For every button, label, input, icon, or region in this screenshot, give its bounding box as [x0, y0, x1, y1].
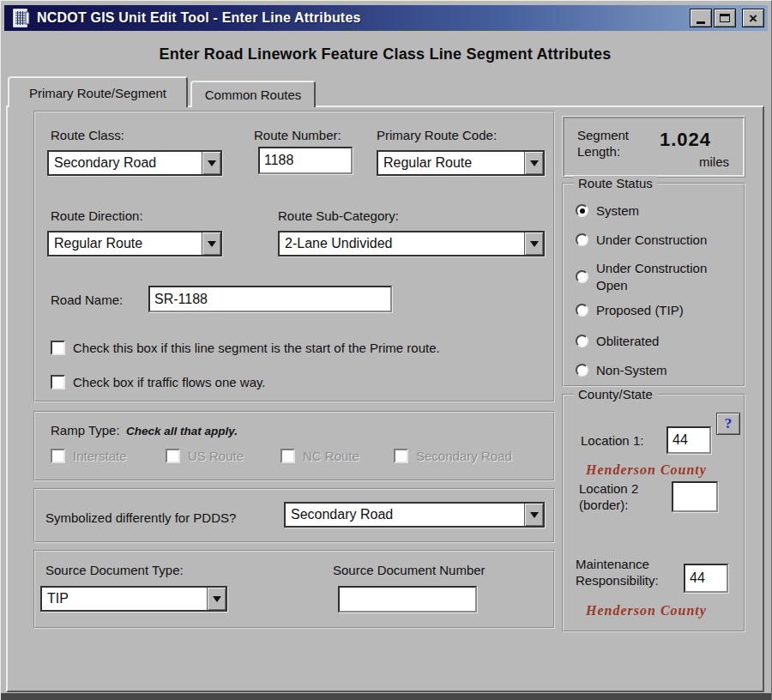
route-status-row-non-system: Non-System — [576, 363, 667, 377]
ramp-nc-route-checkbox — [280, 449, 295, 463]
window-controls: × — [690, 9, 764, 27]
location1-label: Location 1: — [581, 433, 643, 448]
close-button[interactable]: × — [742, 9, 764, 27]
ramp-nc-route-row: NC Route — [280, 449, 359, 463]
radio-under-construction[interactable] — [576, 233, 588, 246]
road-name-label: Road Name: — [51, 293, 123, 307]
ramp-us-route-label: US Route — [188, 449, 244, 463]
ramp-nc-route-label: NC Route — [303, 449, 359, 463]
chevron-down-icon — [213, 596, 221, 602]
radio-proposed-tip-label: Proposed (TIP) — [596, 303, 684, 317]
source-document-group: Source Document Type: TIP Source Documen… — [33, 550, 555, 629]
location1-input[interactable] — [666, 426, 711, 454]
radio-under-construction-open-label: Under Construction Open — [596, 260, 727, 293]
ramp-interstate-row: Interstate — [51, 449, 127, 463]
source-doc-type-label: Source Document Type: — [45, 563, 184, 577]
chevron-down-icon — [208, 160, 216, 166]
route-direction-select[interactable]: Regular Route — [47, 231, 222, 256]
one-way-checkbox-label: Check box if traffic flows one way. — [73, 375, 266, 389]
segment-length-value: 1.024 — [660, 129, 711, 151]
pdds-label: Symbolized differently for PDDS? — [45, 510, 236, 525]
source-doc-type-select[interactable]: TIP — [40, 586, 227, 612]
pdds-value: Secondary Road — [286, 504, 524, 526]
ramp-secondary-road-row: Secondary Road — [394, 449, 512, 463]
minimize-button[interactable] — [690, 9, 712, 27]
segment-length-label: Segment Length: — [577, 128, 651, 160]
primary-route-code-select[interactable]: Regular Route — [377, 150, 545, 176]
primary-route-code-label: Primary Route Code: — [377, 128, 497, 142]
route-status-row-under-construction: Under Construction — [576, 232, 707, 247]
chevron-down-icon — [530, 160, 539, 166]
route-direction-dropdown-arrow-icon[interactable] — [202, 232, 220, 255]
radio-non-system[interactable] — [576, 364, 588, 377]
radio-proposed-tip[interactable] — [576, 304, 588, 317]
radio-obliterated-label: Obliterated — [596, 334, 659, 348]
window-title: NCDOT GIS Unit Edit Tool - Enter Line At… — [37, 10, 690, 26]
page-title: Enter Road Linework Feature Class Line S… — [1, 45, 769, 63]
pdds-dropdown-arrow-icon[interactable] — [524, 504, 543, 526]
county-state-group: County/State ? Location 1: Henderson Cou… — [562, 394, 745, 632]
route-number-label: Route Number: — [254, 128, 341, 142]
radio-under-construction-open[interactable] — [576, 270, 588, 283]
segment-length-panel: Segment Length: 1.024 miles — [562, 116, 745, 178]
prime-route-check-row: Check this box if this line segment is t… — [51, 341, 440, 355]
titlebar[interactable]: NCDOT GIS Unit Edit Tool - Enter Line At… — [4, 5, 768, 31]
tab-primary-route-segment[interactable]: Primary Route/Segment — [8, 76, 188, 107]
ramp-secondary-road-label: Secondary Road — [416, 449, 512, 463]
ramp-interstate-label: Interstate — [73, 449, 127, 463]
maintenance-county-text: Henderson County — [586, 603, 707, 619]
primary-route-code-dropdown-arrow-icon[interactable] — [524, 152, 543, 174]
radio-obliterated[interactable] — [576, 335, 588, 347]
segment-length-unit: miles — [699, 154, 729, 169]
route-class-value: Secondary Road — [49, 152, 202, 174]
app-icon — [11, 8, 32, 28]
prime-route-checkbox[interactable] — [51, 341, 65, 355]
route-class-label: Route Class: — [51, 128, 124, 142]
ramp-us-route-row: US Route — [166, 449, 244, 463]
maximize-button[interactable] — [714, 9, 736, 27]
road-name-input[interactable] — [148, 286, 392, 312]
route-sub-category-label: Route Sub-Category: — [278, 208, 399, 223]
chevron-down-icon — [530, 241, 539, 247]
primary-route-code-value: Regular Route — [378, 152, 524, 174]
maintenance-input[interactable] — [684, 564, 728, 593]
route-class-select[interactable]: Secondary Road — [47, 150, 222, 176]
radio-system-label: System — [596, 203, 639, 218]
route-status-title: Route Status — [574, 176, 657, 190]
source-doc-number-input[interactable] — [338, 586, 477, 612]
route-status-row-under-construction-open: Under Construction Open — [576, 260, 739, 293]
window-bottom-edge — [1, 693, 771, 700]
maintenance-label: Maintenance Responsibility: — [576, 557, 687, 589]
pdds-group: Symbolized differently for PDDS? Seconda… — [33, 488, 555, 543]
route-class-dropdown-arrow-icon[interactable] — [202, 152, 220, 174]
ramp-interstate-checkbox — [51, 449, 65, 463]
route-sub-category-select[interactable]: 2-Lane Undivided — [278, 231, 545, 256]
one-way-check-row: Check box if traffic flows one way. — [51, 375, 266, 389]
ramp-type-group: Ramp Type: Check all that apply. Interst… — [33, 411, 555, 481]
ramp-us-route-checkbox — [166, 449, 180, 463]
help-button[interactable]: ? — [716, 413, 740, 435]
minimize-icon — [697, 21, 705, 24]
chevron-down-icon — [208, 241, 216, 247]
dialog-window: NCDOT GIS Unit Edit Tool - Enter Line At… — [0, 0, 772, 700]
route-number-input[interactable] — [258, 147, 353, 174]
route-status-row-system: System — [576, 203, 639, 218]
chevron-down-icon — [530, 512, 539, 518]
radio-system[interactable] — [576, 204, 588, 217]
location2-input[interactable] — [672, 481, 718, 512]
tab-common-routes[interactable]: Common Routes — [190, 81, 316, 107]
route-status-row-proposed-tip: Proposed (TIP) — [576, 303, 684, 317]
source-doc-type-dropdown-arrow-icon[interactable] — [207, 588, 226, 610]
route-sub-category-dropdown-arrow-icon[interactable] — [524, 232, 543, 255]
location1-county-text: Henderson County — [586, 462, 707, 478]
route-status-group: Route Status System Under Construction U… — [562, 183, 745, 387]
close-icon: × — [749, 11, 757, 26]
source-doc-number-label: Source Document Number — [333, 563, 486, 577]
ramp-type-hint: Check all that apply. — [126, 425, 238, 438]
pdds-select[interactable]: Secondary Road — [284, 502, 545, 528]
help-icon: ? — [725, 415, 733, 431]
primary-attributes-group: Route Class: Secondary Road Route Number… — [33, 111, 555, 402]
radio-under-construction-label: Under Construction — [596, 232, 707, 247]
one-way-checkbox[interactable] — [51, 375, 65, 389]
route-status-row-obliterated: Obliterated — [576, 334, 659, 348]
